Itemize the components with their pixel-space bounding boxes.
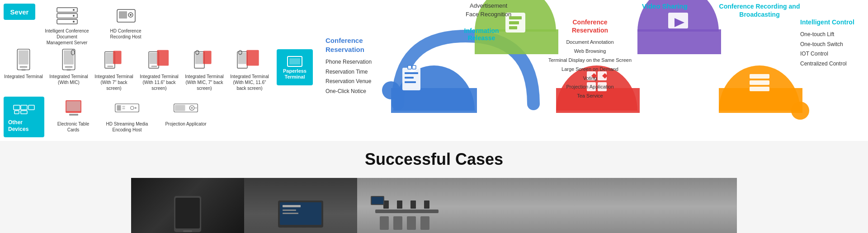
svg-rect-94 bbox=[393, 216, 402, 230]
svg-rect-67 bbox=[408, 65, 411, 69]
terminal-4: Integrated Terminal (With 11.6" back scr… bbox=[139, 49, 179, 91]
other-devices-badge: Other Devices bbox=[4, 97, 44, 137]
terminal-7-paperless: Paperless Terminal bbox=[275, 49, 315, 85]
advertisement-text: Advertisement bbox=[466, 2, 511, 9]
svg-rect-96 bbox=[420, 216, 429, 230]
conf-res-title: Conference Reservation bbox=[326, 36, 396, 54]
svg-rect-16 bbox=[65, 66, 73, 68]
svg-rect-48 bbox=[123, 108, 125, 109]
terminal-icon-6 bbox=[236, 49, 263, 72]
other-item-2: HD Streaming Media Encoding Host bbox=[102, 97, 152, 133]
svg-rect-24 bbox=[150, 52, 158, 64]
terminal-label-3: Integrated Terminal (With 7" back screen… bbox=[94, 74, 134, 91]
svg-rect-22 bbox=[107, 65, 113, 67]
advert-area: Advertisement Face Recognition bbox=[466, 2, 511, 18]
svg-rect-59 bbox=[637, 29, 721, 54]
svg-point-3 bbox=[73, 15, 75, 17]
svg-rect-26 bbox=[151, 65, 157, 67]
case-image-2 bbox=[244, 178, 357, 233]
stream-host-icon bbox=[113, 97, 141, 119]
server-items: Intelligent Conference Document Manageme… bbox=[44, 4, 148, 46]
svg-rect-38 bbox=[14, 111, 19, 114]
conf-res-right-title: ConferenceReservation bbox=[542, 18, 637, 34]
video-sharing-area: Video Sharing bbox=[642, 2, 688, 10]
other-label-1: Electronic Table Cards bbox=[53, 121, 93, 133]
svg-rect-71 bbox=[509, 21, 519, 24]
svg-rect-33 bbox=[246, 50, 259, 65]
intel-control-area: Intelligent Control One-touch Lift One-t… bbox=[800, 18, 866, 69]
intel-control-title: Intelligent Control bbox=[800, 18, 866, 26]
svg-rect-90 bbox=[283, 210, 296, 211]
svg-rect-41 bbox=[28, 105, 34, 110]
terminal-1: Integrated Terminal bbox=[4, 49, 43, 79]
terminal-label-5: Integrated Terminal (With MIC, 7" back s… bbox=[184, 74, 224, 91]
other-devices-row: Other Devices Electronic Table Cards bbox=[4, 97, 317, 137]
svg-point-9 bbox=[130, 14, 132, 16]
case-image-1 bbox=[131, 178, 244, 233]
conf-recording-title: Conference Recording and Broadcasting bbox=[714, 2, 805, 19]
svg-rect-56 bbox=[391, 88, 477, 113]
paperless-label: Paperless Terminal bbox=[279, 68, 310, 80]
svg-rect-15 bbox=[64, 50, 74, 64]
svg-point-62 bbox=[791, 102, 809, 120]
svg-rect-68 bbox=[412, 65, 416, 69]
svg-rect-39 bbox=[21, 105, 27, 110]
terminal-3: Integrated Terminal (With 7" back screen… bbox=[94, 49, 134, 91]
other-devices-label: Other Devices bbox=[8, 119, 40, 132]
terminal-icon-3 bbox=[100, 49, 127, 72]
terminal-6: Integrated Terminal (With MIC, 11.6" bac… bbox=[230, 49, 269, 91]
svg-rect-20 bbox=[105, 52, 113, 64]
svg-rect-98 bbox=[397, 200, 402, 209]
info-release-title: Information Releasse bbox=[454, 27, 509, 42]
svg-rect-25 bbox=[157, 50, 169, 65]
face-recognition-text: Face Recognition bbox=[466, 11, 511, 18]
svg-point-5 bbox=[73, 21, 75, 23]
other-items: Electronic Table Cards H bbox=[53, 97, 211, 137]
top-section: Sever Intell bbox=[0, 0, 868, 141]
terminals-row: Integrated Terminal Integrated Terminal … bbox=[4, 49, 317, 91]
server-icon-2 bbox=[112, 4, 139, 26]
server-badge: Sever bbox=[4, 4, 35, 20]
terminal-2: Integrated Terminal (With MIC) bbox=[49, 49, 89, 85]
svg-rect-81 bbox=[750, 74, 769, 79]
paperless-box: Paperless Terminal bbox=[277, 49, 313, 85]
svg-rect-99 bbox=[410, 200, 416, 209]
right-panel: Conference Reservation Phone Reservation… bbox=[321, 0, 868, 141]
server-item-2: HD Conference Recording Host bbox=[103, 4, 148, 46]
server-label-1: Intelligent Conference Document Manageme… bbox=[44, 28, 90, 46]
svg-rect-102 bbox=[372, 197, 383, 204]
svg-rect-93 bbox=[380, 216, 389, 230]
svg-rect-72 bbox=[509, 26, 517, 29]
other-item-3: Projection Applicator bbox=[161, 97, 211, 127]
svg-rect-86 bbox=[183, 230, 192, 232]
svg-rect-95 bbox=[407, 216, 416, 230]
case-image-3 bbox=[357, 178, 737, 233]
terminal-label-1: Integrated Terminal bbox=[4, 74, 42, 79]
terminal-label-6: Integrated Terminal (With MIC, 11.6" bac… bbox=[230, 74, 269, 91]
terminal-icon-1 bbox=[10, 49, 37, 72]
conf-res-right-items: Document Annotation Web Browsing Termina… bbox=[542, 38, 637, 101]
svg-rect-66 bbox=[405, 81, 416, 83]
svg-rect-37 bbox=[14, 105, 20, 110]
svg-rect-92 bbox=[375, 210, 439, 213]
svg-point-1 bbox=[73, 9, 75, 11]
svg-rect-85 bbox=[175, 198, 200, 228]
intel-control-items: One-touch Lift One-touch Switch IOT Cont… bbox=[800, 30, 866, 69]
svg-rect-13 bbox=[21, 69, 25, 70]
svg-rect-60 bbox=[719, 88, 802, 113]
other-item-1: Electronic Table Cards bbox=[53, 97, 93, 133]
svg-rect-52 bbox=[175, 105, 185, 111]
left-panel: Sever Intell bbox=[0, 0, 321, 141]
svg-rect-100 bbox=[424, 200, 429, 209]
svg-rect-55 bbox=[194, 107, 197, 109]
successful-cases-title: Successful Cases bbox=[0, 150, 868, 169]
svg-rect-64 bbox=[405, 72, 418, 74]
svg-rect-7 bbox=[119, 11, 127, 19]
terminal-icon-2 bbox=[55, 49, 82, 72]
bottom-section: Successful Cases bbox=[0, 141, 868, 233]
svg-rect-40 bbox=[21, 111, 27, 114]
terminal-label-2: Integrated Terminal (With MIC) bbox=[49, 74, 89, 85]
server-icon-1 bbox=[53, 4, 80, 26]
terminal-5: Integrated Terminal (With MIC, 7" back s… bbox=[184, 49, 224, 91]
other-label-3: Projection Applicator bbox=[165, 121, 206, 127]
